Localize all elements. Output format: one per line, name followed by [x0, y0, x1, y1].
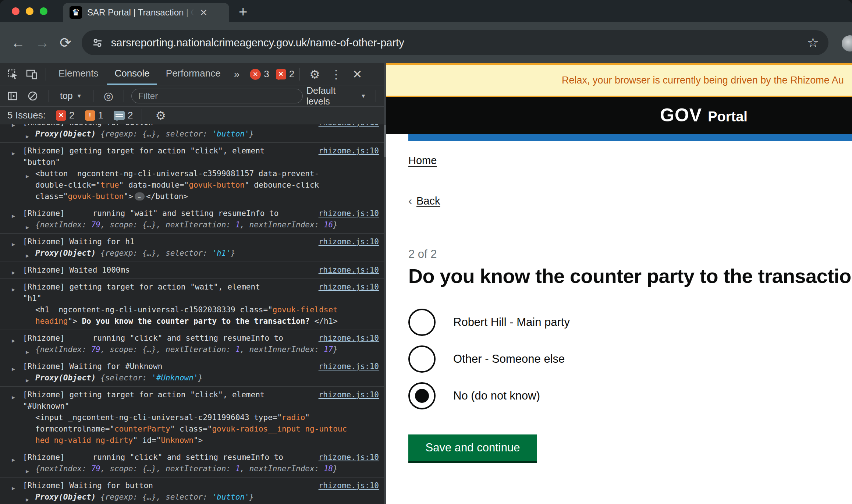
url-text[interactable]: sarsreporting.nationalcrimeagency.gov.uk…	[111, 37, 800, 49]
console-source-link[interactable]: rhizome.js:10	[319, 265, 379, 276]
console-source-link[interactable]: rhizome.js:10	[319, 333, 379, 344]
radio-input-3[interactable]	[408, 382, 436, 409]
devtools-close-icon[interactable]: ✕	[348, 67, 367, 81]
back-icon[interactable]: ←	[11, 36, 25, 50]
back-link[interactable]: Back	[416, 195, 440, 207]
device-toolbar-icon[interactable]	[23, 69, 40, 80]
tab-close-icon[interactable]: ✕	[200, 7, 207, 18]
console-text: {selector:	[100, 373, 152, 382]
console-text: [Rhizome] Waiting for #Unknown	[23, 362, 162, 371]
javascript-context-dropdown[interactable]: top▼	[56, 90, 86, 101]
console-log-line: hed ng-valid ng-dirty" id="Unknown">	[0, 435, 384, 446]
console-log-entry[interactable]: ▶[Rhizome] Waiting for buttonrhizome.js:…	[0, 477, 384, 504]
console-log-entry[interactable]: ▶[Rhizome] Waiting for h1rhizome.js:10▶P…	[0, 233, 384, 262]
console-source-link[interactable]: rhizome.js:10	[319, 281, 379, 293]
clear-console-icon[interactable]	[24, 90, 41, 102]
address-bar[interactable]: sarsreporting.nationalcrimeagency.gov.uk…	[82, 30, 828, 55]
console-error-badge[interactable]: ✕ 3	[250, 68, 269, 80]
console-source-link[interactable]: rhizome.js:10	[319, 145, 379, 157]
inspect-element-icon[interactable]	[4, 69, 21, 80]
console-source-link[interactable]: rhizome.js:10	[319, 389, 379, 401]
step-indicator: 2 of 2	[408, 248, 852, 261]
console-text: [Rhizome] Waiting for button	[23, 481, 153, 490]
gov-portal-logo[interactable]: GOV Portal	[660, 97, 748, 134]
console-log-entry[interactable]: ▶[Rhizome] running "click" and setting r…	[0, 449, 384, 477]
radio-label[interactable]: Robert Hill - Main party	[453, 316, 570, 329]
devtools-settings-gear-icon[interactable]: ⚙	[305, 67, 324, 81]
site-settings-icon[interactable]	[91, 36, 104, 49]
home-link[interactable]: Home	[408, 155, 437, 167]
console-log-entry[interactable]: ▶[Rhizome] running "click" and setting r…	[0, 330, 384, 358]
console-log-line: ▶Proxy(Object) {regexp: {…}, selector: '…	[0, 248, 384, 259]
console-log-entry[interactable]: ▶[Rhizome] getting target for action "cl…	[0, 386, 384, 449]
expand-caret-icon[interactable]: ▶	[26, 466, 29, 477]
devtools-tab-console[interactable]: Console	[107, 63, 157, 85]
console-log-entry[interactable]: ▶[Rhizome] getting target for action "cl…	[0, 142, 384, 205]
console-log-entry[interactable]: ▶[Rhizome] Waiting for #Unknownrhizome.j…	[0, 358, 384, 386]
console-log-line: ▶[Rhizome] Waiting for h1rhizome.js:10	[0, 236, 384, 248]
radio-input-2[interactable]	[408, 345, 436, 373]
issues-warning-badge[interactable]: ! 1	[85, 110, 103, 121]
console-log-line: ▶{nextIndex: 79, scope: {…}, nextIterati…	[0, 219, 384, 231]
expand-caret-icon[interactable]: ▶	[26, 250, 29, 262]
radio-option: No (do not know)	[408, 382, 852, 409]
issues-count-label[interactable]: 5 Issues:	[7, 110, 46, 121]
console-log-line: <input _ngcontent-ng-cli-universal-c2911…	[0, 412, 384, 423]
console-log-entry[interactable]: ▶[Rhizome] Waiting for buttonrhizome.js:…	[0, 124, 384, 142]
radio-input-1[interactable]	[408, 309, 436, 336]
console-log-entry[interactable]: ▶[Rhizome] Waited 1000msrhizome.js:10	[0, 262, 384, 278]
console-text: ">	[124, 192, 133, 201]
console-source-link[interactable]: rhizome.js:10	[319, 236, 379, 248]
minimize-window-button[interactable]	[26, 7, 33, 15]
console-source-link[interactable]: rhizome.js:10	[319, 480, 379, 491]
expand-caret-icon[interactable]: ▶	[26, 375, 29, 386]
new-tab-button[interactable]: +	[239, 4, 247, 19]
devtools-scrollbar-thumb[interactable]	[384, 125, 386, 157]
issues-error-badge[interactable]: ✕ 2	[56, 110, 74, 121]
console-text: [Rhizome] running "click" and setting re…	[23, 453, 283, 462]
console-log-entry[interactable]: ▶[Rhizome] running "wait" and setting re…	[0, 205, 384, 233]
forward-icon[interactable]: →	[35, 36, 49, 50]
devtools-tab-elements[interactable]: Elements	[51, 63, 106, 85]
console-text: Unknown	[161, 436, 194, 445]
live-expression-eye-icon[interactable]: ◎	[101, 89, 116, 102]
profile-avatar[interactable]	[842, 35, 852, 52]
expand-caret-icon[interactable]: ▶	[26, 347, 29, 358]
radio-label[interactable]: No (do not know)	[453, 389, 540, 402]
devtools-menu-kebab-icon[interactable]: ⋮	[326, 67, 347, 81]
bookmark-star-icon[interactable]: ☆	[807, 35, 819, 50]
console-text: ">	[68, 317, 82, 326]
issues-settings-gear-icon[interactable]: ⚙	[151, 109, 170, 123]
zoom-window-button[interactable]	[40, 7, 47, 15]
expand-caret-icon[interactable]: ▶	[12, 267, 15, 278]
console-log-line: class="govuk-button">…</button>	[0, 191, 384, 202]
console-log-entry[interactable]: ▶[Rhizome] getting target for action "wa…	[0, 278, 384, 330]
save-and-continue-button[interactable]: Save and continue	[408, 434, 537, 461]
radio-label[interactable]: Other - Someone else	[453, 352, 565, 366]
expand-caret-icon[interactable]: ▶	[26, 222, 29, 233]
devtools-tab-performance[interactable]: Performance	[159, 63, 228, 85]
expand-caret-icon[interactable]: ▶	[26, 494, 29, 504]
close-window-button[interactable]	[12, 7, 19, 15]
log-levels-dropdown[interactable]: Default levels▼	[306, 85, 368, 107]
console-text: radio	[282, 413, 305, 422]
issues-flag-badge[interactable]: ✕ 2	[276, 68, 294, 80]
console-source-link[interactable]: rhizome.js:10	[319, 361, 379, 372]
console-text: </button>	[146, 192, 188, 201]
expand-caret-icon[interactable]: ▶	[26, 131, 29, 142]
reload-icon[interactable]: ⟳	[60, 36, 71, 50]
console-text: 18	[324, 464, 333, 473]
console-filter-input[interactable]	[131, 89, 303, 103]
console-source-link[interactable]: rhizome.js:10	[319, 208, 379, 219]
console-source-link[interactable]: rhizome.js:10	[319, 124, 379, 128]
radio-option: Other - Someone else	[408, 345, 852, 373]
issues-info-badge[interactable]: 2	[114, 110, 133, 121]
console-sidebar-icon[interactable]	[4, 91, 21, 101]
console-text: }	[249, 129, 254, 138]
error-circle-icon: ✕	[250, 69, 261, 80]
issue-flag-icon: ✕	[276, 69, 286, 79]
browser-tab[interactable]: ♛ SAR Portal | Transaction | Oth ✕	[63, 3, 229, 22]
more-tabs-icon[interactable]: »	[230, 68, 244, 80]
console-source-link[interactable]: rhizome.js:10	[319, 452, 379, 463]
console-log-list[interactable]: ▶[Rhizome] Waiting for buttonrhizome.js:…	[0, 124, 384, 504]
